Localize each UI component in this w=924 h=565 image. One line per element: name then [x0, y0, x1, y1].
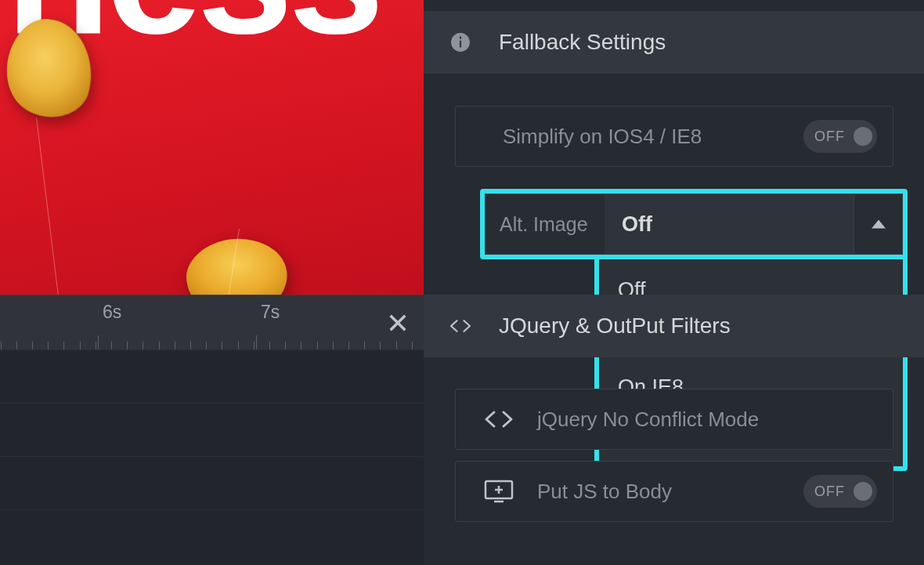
svg-rect-4	[460, 36, 461, 38]
settings-right-panel: Fallback Settings Simplify on IOS4 / IE8…	[424, 0, 924, 565]
timeline-tick-label: 6s	[103, 302, 121, 323]
timeline-close-button[interactable]	[386, 311, 410, 335]
string-graphic	[36, 118, 59, 295]
timeline-layer-row[interactable]	[0, 403, 424, 456]
screen-add-icon	[478, 476, 520, 507]
toggle-state-text: OFF	[814, 129, 845, 145]
ruler	[0, 295, 424, 350]
alt-image-selected-value: Off	[622, 212, 652, 237]
svg-rect-3	[460, 41, 461, 48]
setting-label: Simplify on IOS4 / IE8	[471, 125, 803, 149]
code-icon	[478, 404, 520, 435]
setting-alt-image-row: Alt. Image Off	[485, 194, 903, 255]
info-icon	[449, 31, 472, 54]
setting-put-js-row: Put JS to Body OFF	[455, 461, 893, 522]
setting-label: Put JS to Body	[520, 480, 803, 504]
setting-simplify-row: Simplify on IOS4 / IE8 OFF	[455, 106, 893, 167]
chip-graphic-2	[179, 234, 292, 295]
caret-up-icon	[872, 219, 886, 229]
toggle-knob	[854, 482, 872, 501]
code-icon	[449, 314, 472, 338]
simplify-toggle[interactable]: OFF	[803, 120, 877, 153]
close-icon	[387, 312, 409, 334]
toggle-knob	[854, 127, 872, 146]
setting-label: Alt. Image	[485, 213, 605, 236]
put-js-toggle[interactable]: OFF	[803, 475, 877, 508]
chip-graphic-1	[5, 17, 97, 119]
timeline-tick-label: 7s	[261, 302, 280, 323]
setting-label: jQuery No Conflict Mode	[520, 407, 877, 432]
section-title: Fallback Settings	[499, 30, 666, 55]
setting-jquery-row: jQuery No Conflict Mode	[455, 389, 893, 450]
section-title: JQuery & OutPut Filters	[499, 313, 731, 339]
slide-preview: iness	[0, 0, 424, 295]
section-header-jquery[interactable]: JQuery & OutPut Filters	[424, 295, 924, 357]
timeline-layer-row[interactable]	[0, 350, 424, 403]
timeline-layer-row[interactable]	[0, 456, 424, 509]
svg-marker-5	[872, 220, 886, 229]
timeline-layer-row[interactable]	[0, 509, 424, 565]
alt-image-select[interactable]: Off	[605, 194, 854, 254]
section-header-fallback[interactable]: Fallback Settings	[424, 11, 924, 74]
alt-image-select-caret[interactable]	[854, 194, 902, 254]
timeline-ruler[interactable]: 6s 7s	[0, 295, 424, 350]
toggle-state-text: OFF	[814, 484, 845, 500]
